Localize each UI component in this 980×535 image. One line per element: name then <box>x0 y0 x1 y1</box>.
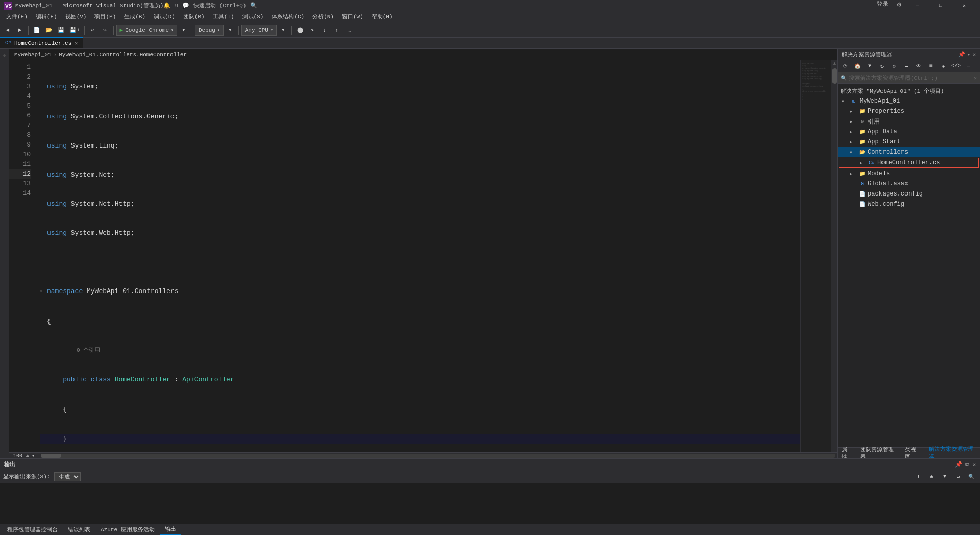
close-button[interactable]: ✕ <box>952 0 976 11</box>
menu-analyze[interactable]: 分析(N) <box>308 11 338 22</box>
se-close-icon[interactable]: ✕ <box>972 51 976 58</box>
toolbar-back[interactable]: ◄ <box>2 25 13 36</box>
minimize-button[interactable]: ─ <box>905 0 929 11</box>
toolbar-undo[interactable]: ↩ <box>87 25 99 36</box>
tab-package-manager[interactable]: 程序包管理器控制台 <box>2 524 63 536</box>
toolbar-more[interactable]: … <box>344 25 355 36</box>
output-word-wrap[interactable]: ↵ <box>952 471 964 482</box>
toolbar-cpu-dropdown[interactable]: ▾ <box>278 25 289 36</box>
tree-models[interactable]: ► 📁 Models <box>838 168 980 179</box>
output-scroll-up[interactable]: ▲ <box>926 471 937 482</box>
se-toolbar-properties[interactable]: ≡ <box>925 61 937 72</box>
tree-project[interactable]: ▼ ⊞ MyWebApi_01 <box>838 96 980 106</box>
code-area[interactable]: ⊟using System; using System.Collections.… <box>35 60 800 452</box>
menu-architecture[interactable]: 体系结构(C) <box>267 11 308 22</box>
toolbar-step-over[interactable]: ↷ <box>307 25 318 36</box>
toolbar-forward[interactable]: ► <box>14 25 26 36</box>
toolbar-open[interactable]: 📂 <box>43 25 55 36</box>
quick-launch-label[interactable]: 快速启动 (Ctrl+Q) <box>193 2 246 9</box>
maximize-button[interactable]: □ <box>929 0 952 11</box>
se-toolbar-more2[interactable]: … <box>963 61 974 72</box>
code-line-6: using System.Web.Http; <box>40 228 800 238</box>
tab-error-list[interactable]: 错误列表 <box>63 524 95 536</box>
toolbar-redo[interactable]: ↪ <box>100 25 111 36</box>
toolbar-save[interactable]: 💾 <box>56 25 67 36</box>
toolbar-save-all[interactable]: 💾+ <box>68 25 82 36</box>
menu-project[interactable]: 项目(P) <box>90 11 120 22</box>
breadcrumb-project[interactable]: MyWebApi_01 <box>14 52 52 58</box>
output-scroll-down[interactable]: ▼ <box>939 471 950 482</box>
tree-appstart[interactable]: ► 📁 App_Start <box>838 137 980 147</box>
tab-close-button[interactable]: ✕ <box>75 40 78 46</box>
toolbar-step-into[interactable]: ↓ <box>319 25 330 36</box>
browser-selector[interactable]: ▶ Google Chrome ▾ <box>116 25 177 36</box>
se-toolbar-collapse[interactable]: ▬ <box>901 61 912 72</box>
tree-packagesconfig[interactable]: 📄 packages.config <box>838 189 980 199</box>
menu-tools[interactable]: 工具(T) <box>209 11 238 22</box>
code-editor[interactable]: 1 2 3 4 5 6 7 8 9 10 11 12 13 14 ⊟using … <box>9 60 837 452</box>
code-line-9: { <box>40 317 800 326</box>
se-toolbar-show-all[interactable]: 👁 <box>913 61 924 72</box>
menu-test[interactable]: 测试(S) <box>238 11 268 22</box>
tree-globalasax[interactable]: G Global.asax <box>838 179 980 189</box>
properties-label: Properties <box>868 108 904 115</box>
tree-homecontroller[interactable]: ► C# HomeController.cs <box>839 158 979 168</box>
settings-icon[interactable]: ⚙ <box>893 0 905 11</box>
menu-build[interactable]: 生成(B) <box>120 11 150 22</box>
menu-help[interactable]: 帮助(H) <box>368 11 397 22</box>
tree-webconfig[interactable]: 📄 Web.config <box>838 199 980 209</box>
cpu-selector[interactable]: Any CPU ▾ <box>241 25 277 36</box>
se-tab-solution-explorer[interactable]: 解决方案资源管理器 <box>925 448 980 459</box>
browser-arrow: ▾ <box>171 28 174 32</box>
se-toolbar-filter[interactable]: ▼ <box>864 61 875 72</box>
menu-edit[interactable]: 编辑(E) <box>32 11 61 22</box>
scroll-thumb[interactable] <box>832 68 837 84</box>
se-search-placeholder[interactable]: 搜索解决方案资源管理器(Ctrl+;) <box>849 74 972 82</box>
se-toolbar-sync[interactable]: ⟳ <box>840 61 851 72</box>
vertical-scrollbar[interactable]: ▲ <box>831 60 837 452</box>
tab-homecontroller[interactable]: C# HomeController.cs ✕ <box>0 37 83 48</box>
toolbar-run-dropdown[interactable]: ▾ <box>178 25 189 36</box>
se-toolbar-home[interactable]: 🏠 <box>852 61 863 72</box>
se-pin-icon[interactable]: 📌 <box>958 51 965 58</box>
se-tab-team-explorer[interactable]: 团队资源管理器 <box>856 448 901 459</box>
toolbar-new[interactable]: 📄 <box>31 25 42 36</box>
se-toolbar-preview[interactable]: ◈ <box>938 61 949 72</box>
code-line-2: using System.Collections.Generic; <box>40 112 800 121</box>
se-toolbar: ⟳ 🏠 ▼ ↻ ⚙ ▬ 👁 ≡ ◈ </> … <box>838 60 980 72</box>
output-float[interactable]: ⧉ <box>965 461 969 468</box>
tab-output[interactable]: 输出 <box>160 524 181 536</box>
zoom-level[interactable]: 100 % ▾ <box>9 453 39 459</box>
se-toolbar-settings[interactable]: ⚙ <box>889 61 900 72</box>
app-icon: VS <box>4 2 12 10</box>
output-pin[interactable]: 📌 <box>955 461 962 468</box>
menu-debug[interactable]: 调试(D) <box>150 11 179 22</box>
menu-team[interactable]: 团队(M) <box>179 11 209 22</box>
se-toolbar-code[interactable]: </> <box>950 61 962 72</box>
output-find[interactable]: 🔍 <box>966 471 977 482</box>
tree-appdata[interactable]: ► 📁 App_Data <box>838 127 980 137</box>
scroll-up-arrow[interactable]: ▲ <box>832 60 837 67</box>
login-text[interactable]: 登录 <box>872 0 893 11</box>
menu-window[interactable]: 窗口(W) <box>338 11 368 22</box>
tab-azure-activity[interactable]: Azure 应用服务活动 <box>95 524 160 536</box>
menu-file[interactable]: 文件(F) <box>2 11 32 22</box>
breadcrumb-location[interactable]: MyWebApi_01.Controllers.HomeController <box>59 52 187 58</box>
tree-references[interactable]: ► ⊛ 引用 <box>838 116 980 127</box>
code-line-1: ⊟using System; <box>40 82 800 92</box>
tree-controllers[interactable]: ▼ 📂 Controllers <box>838 147 980 157</box>
toolbar-breakpoint[interactable]: ⬤ <box>295 25 306 36</box>
debug-selector[interactable]: Debug ▾ <box>195 25 224 36</box>
horizontal-scrollbar[interactable] <box>41 454 835 458</box>
menu-view[interactable]: 视图(V) <box>61 11 91 22</box>
se-tab-properties[interactable]: 属性 <box>838 448 856 459</box>
se-toolbar-refresh[interactable]: ↻ <box>876 61 888 72</box>
toolbar-step-out[interactable]: ↑ <box>331 25 342 36</box>
output-source-select[interactable]: 生成 <box>54 472 81 481</box>
output-close[interactable]: ✕ <box>972 461 976 468</box>
tree-properties[interactable]: ► 📁 Properties <box>838 106 980 116</box>
toolbar-debug-dropdown[interactable]: ▾ <box>225 25 236 36</box>
se-arrow-icon[interactable]: ▾ <box>967 51 971 58</box>
se-tab-class-view[interactable]: 类视图 <box>901 448 925 459</box>
output-clear[interactable]: ⬇ <box>913 471 924 482</box>
